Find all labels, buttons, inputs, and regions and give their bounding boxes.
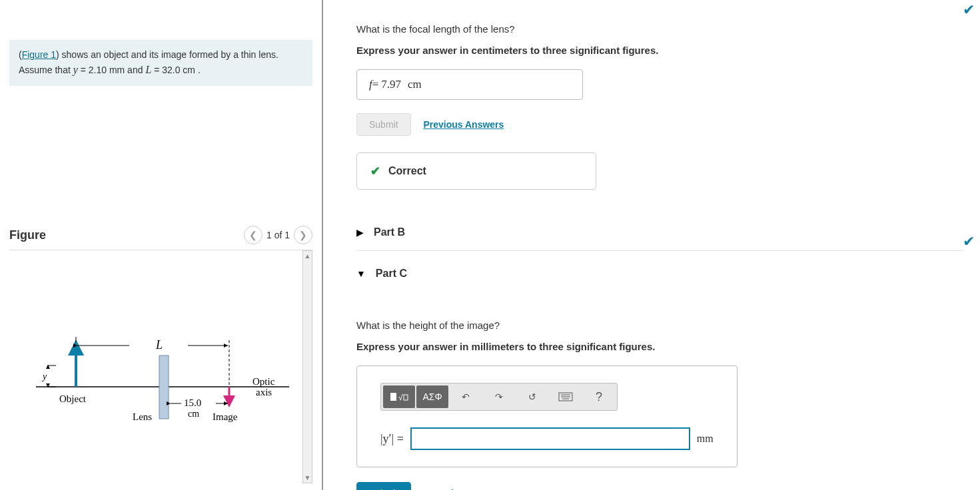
partC-question: What is the height of the image?	[356, 320, 963, 331]
label-L: L	[155, 338, 163, 352]
caret-down-icon: ▼	[356, 268, 366, 279]
label-optic: Optic	[252, 376, 275, 387]
answer-input-panel: √ ΑΣΦ ↶ ↷ ↺ ? |y′| = mm	[356, 366, 737, 467]
previous-answers-link-partA[interactable]: Previous Answers	[423, 119, 504, 130]
templates-button[interactable]: √	[383, 385, 415, 408]
label-dist: 15.0	[184, 397, 201, 408]
lens-diagram: L y 15.0 cm Object Lens	[29, 324, 296, 443]
svg-rect-1	[159, 356, 169, 419]
greek-button[interactable]: ΑΣΦ	[416, 385, 448, 408]
figure-link[interactable]: Figure 1	[22, 49, 56, 60]
label-image: Image	[213, 411, 238, 422]
redo-button[interactable]: ↷	[483, 385, 515, 408]
figure-nav: ❮ 1 of 1 ❯	[244, 226, 312, 244]
left-panel: (Figure 1) shows an object and its image…	[0, 0, 323, 490]
label-lens: Lens	[133, 411, 152, 422]
figure-scrollbar[interactable]: ▲ ▼	[302, 250, 312, 483]
figure-canvas: L y 15.0 cm Object Lens	[9, 250, 312, 483]
figure-header: Figure ❮ 1 of 1 ❯	[9, 226, 312, 250]
label-axis: axis	[256, 387, 272, 397]
problem-statement: (Figure 1) shows an object and its image…	[9, 40, 312, 86]
check-icon: ✔	[370, 164, 380, 178]
label-dist-unit: cm	[188, 409, 199, 419]
partA-instruction: Express your answer in centimeters to th…	[356, 45, 963, 56]
keyboard-button[interactable]	[550, 385, 582, 408]
partA-question: What is the focal length of the lens?	[356, 23, 963, 35]
partC-header[interactable]: ▼ Part C	[356, 268, 963, 286]
svg-text:√: √	[398, 393, 403, 402]
equation-toolbar: √ ΑΣΦ ↶ ↷ ↺ ?	[380, 383, 618, 411]
variable-label: |y′| =	[380, 432, 404, 446]
right-panel: ✔ What is the focal length of the lens? …	[323, 0, 980, 490]
answer-display-partA: f = 7.97 cm	[356, 69, 583, 100]
scroll-up-icon[interactable]: ▲	[303, 251, 312, 261]
checkmark-icon: ✔	[963, 233, 975, 250]
label-y: y	[41, 371, 47, 381]
figure-next-button[interactable]: ❯	[294, 226, 312, 244]
figure-heading: Figure	[9, 228, 46, 242]
unit-label: mm	[697, 433, 714, 445]
figure-prev-button[interactable]: ❮	[244, 226, 262, 244]
figure-counter: 1 of 1	[266, 230, 290, 240]
label-object: Object	[59, 393, 87, 404]
submit-button-partA: Submit	[356, 113, 411, 136]
checkmark-icon: ✔	[963, 1, 975, 19]
svg-rect-14	[390, 393, 396, 401]
answer-input-partC[interactable]	[410, 427, 690, 450]
partC-instruction: Express your answer in millimeters to th…	[356, 341, 963, 352]
reset-button[interactable]: ↺	[516, 385, 548, 408]
correct-feedback: ✔ Correct	[356, 152, 596, 190]
partB-header[interactable]: ▶ Part B	[356, 226, 963, 245]
help-button[interactable]: ?	[583, 385, 615, 408]
figure-area: L y 15.0 cm Object Lens	[9, 250, 312, 483]
svg-rect-16	[404, 395, 408, 400]
caret-right-icon: ▶	[356, 227, 364, 238]
submit-button-partC[interactable]: Submit	[356, 482, 411, 490]
undo-button[interactable]: ↶	[450, 385, 482, 408]
scroll-down-icon[interactable]: ▼	[303, 473, 312, 483]
